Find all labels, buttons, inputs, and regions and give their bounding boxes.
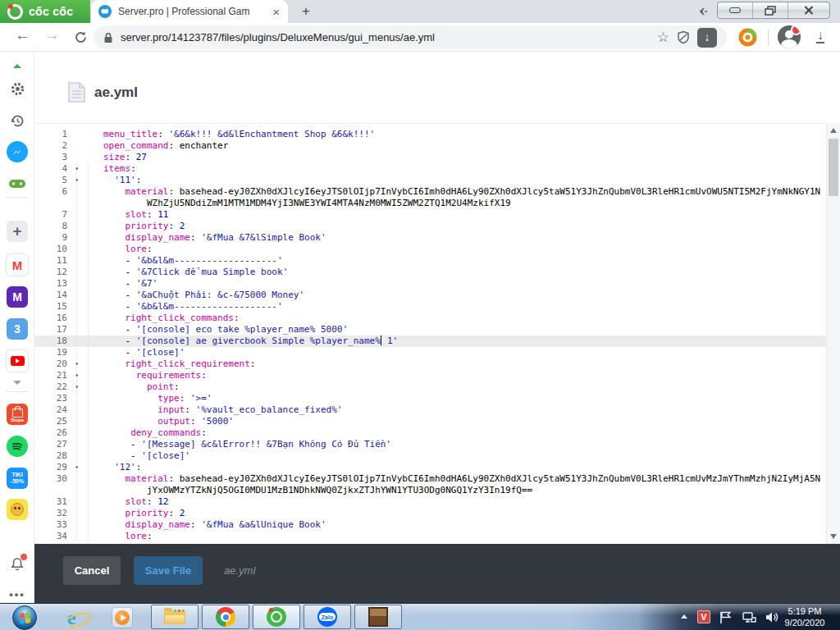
- code-line[interactable]: 34 lore:: [34, 531, 826, 542]
- code-line[interactable]: 24 input: '%vault_eco_balance_fixed%': [34, 404, 826, 416]
- code-line[interactable]: 11 - '&b&l&m-------------------': [34, 255, 826, 267]
- reload-button[interactable]: [74, 30, 88, 44]
- fold-arrow-icon[interactable]: ▾: [75, 358, 79, 370]
- tab-close-icon[interactable]: ×: [272, 6, 281, 18]
- download-active-button[interactable]: ↓: [697, 28, 717, 48]
- sidebar-add-button[interactable]: +: [7, 221, 28, 242]
- taskbar-minecraft[interactable]: [354, 605, 402, 629]
- taskbar-chrome[interactable]: [202, 605, 249, 629]
- sidebar-item-messenger[interactable]: [7, 141, 28, 162]
- code-line[interactable]: 16 right_click_commands:: [34, 313, 826, 324]
- code-line[interactable]: 4▾items:: [34, 163, 826, 175]
- cancel-button[interactable]: Cancel: [63, 556, 121, 585]
- code-line[interactable]: 9 display_name: '&fMua &7&lSimple Book': [34, 232, 826, 244]
- url-text[interactable]: server.pro/14123787/files/plugins/Deluxe…: [121, 31, 650, 43]
- back-button[interactable]: ←: [15, 26, 30, 44]
- code-line[interactable]: 1menu_title: '&6&k!!! &d&lEnchantment Sh…: [34, 129, 826, 140]
- taskbar-internet-explorer[interactable]: e: [59, 605, 84, 629]
- code-line[interactable]: 2open_command: enchanter: [34, 140, 826, 152]
- fold-arrow-icon[interactable]: ▾: [75, 175, 79, 186]
- code-line[interactable]: 14 - '&aChuột Phải: &c-&75000 Money': [34, 290, 826, 301]
- code-line[interactable]: 13 - '&7': [34, 278, 826, 290]
- code-line[interactable]: 28 - '[close]': [34, 450, 826, 462]
- editor-scrollbar[interactable]: [826, 123, 840, 544]
- sidebar-expand-chevron[interactable]: [7, 378, 28, 386]
- coccoc-brand-button[interactable]: cốc cốc: [0, 0, 90, 23]
- start-button[interactable]: [12, 605, 37, 630]
- maximize-button[interactable]: [752, 2, 788, 18]
- sidebar-item-games[interactable]: [7, 172, 28, 194]
- code-line[interactable]: 22▾ point:: [34, 381, 826, 393]
- code-line[interactable]: WZhZjU5NDdiZmM1MTM1MDM4YjI3NWE3YWI4MTA4N…: [34, 198, 826, 209]
- browser-tab[interactable]: Server.pro | Professional Gam ×: [91, 0, 288, 23]
- chrome-icon: [216, 607, 235, 627]
- code-line[interactable]: 32 priority: 2: [34, 508, 826, 519]
- code-line[interactable]: 21▾ requirements:: [34, 370, 826, 381]
- code-line[interactable]: 27 - '[Message] &c&lError!! &7Bạn Không …: [34, 439, 826, 450]
- code-line[interactable]: 19 - '[close]': [34, 347, 826, 358]
- sidebar-item-spotify[interactable]: [7, 436, 28, 457]
- bookmark-star-icon[interactable]: ☆: [657, 29, 669, 46]
- code-line[interactable]: jYxOWMzYTZkNjQ5OGI0MDU1MzB1NDhkNWQ0ZjkxZ…: [34, 485, 826, 496]
- sidebar-item-youtube[interactable]: [7, 350, 28, 372]
- code-line[interactable]: 23 type: '>=': [34, 393, 826, 404]
- network-icon[interactable]: [742, 610, 757, 624]
- taskbar-zalo[interactable]: Zalo: [304, 605, 351, 629]
- code-line[interactable]: 8 priority: 2: [34, 221, 826, 232]
- collapse-arrow-icon[interactable]: [699, 6, 714, 17]
- code-line[interactable]: 17 - '[console] eco take %player_name% 5…: [34, 324, 826, 336]
- close-button[interactable]: [788, 2, 829, 18]
- fold-arrow-icon[interactable]: ▾: [75, 462, 79, 473]
- taskbar-clock[interactable]: 5:19 PM 9/20/2020: [776, 605, 833, 628]
- sidebar-more-menu[interactable]: •••: [7, 583, 28, 605]
- scroll-up-arrow-icon[interactable]: [830, 128, 837, 133]
- sidebar-item-m-app[interactable]: M: [7, 286, 28, 308]
- scroll-down-arrow-icon[interactable]: [830, 534, 837, 539]
- code-line[interactable]: 15 - '&b&l&m-------------------': [34, 301, 826, 313]
- gamepad-icon: [8, 177, 26, 189]
- code-line[interactable]: 18 - '[console] ae givercbook Simple %pl…: [34, 336, 826, 347]
- action-center-flag-icon[interactable]: [719, 610, 733, 624]
- tray-antivirus-icon[interactable]: V: [697, 610, 710, 623]
- tray-expand-arrow-icon[interactable]: [681, 614, 687, 619]
- taskbar-coccoc-active[interactable]: [253, 605, 300, 629]
- downloads-button[interactable]: ↓: [816, 28, 824, 43]
- sidebar-collapse-chevron[interactable]: [7, 62, 28, 70]
- fold-arrow-icon[interactable]: ▾: [75, 163, 79, 175]
- address-bar[interactable]: server.pro/14123787/files/plugins/Deluxe…: [94, 25, 727, 49]
- code-line[interactable]: 26 deny_commands:: [34, 427, 826, 439]
- code-line[interactable]: 29▾ '12':: [34, 462, 826, 473]
- taskbar-media-player[interactable]: [110, 605, 135, 629]
- minimize-button[interactable]: [718, 2, 752, 18]
- fold-arrow-icon[interactable]: ▾: [75, 381, 79, 393]
- fold-arrow-icon[interactable]: ▾: [75, 370, 79, 381]
- code-editor[interactable]: 1menu_title: '&6&k!!! &d&lEnchantment Sh…: [34, 123, 826, 544]
- sidebar-notifications[interactable]: [7, 555, 28, 577]
- sidebar-item-badge3[interactable]: 3: [7, 318, 28, 340]
- code-line[interactable]: 31 slot: 12: [34, 496, 826, 508]
- sidebar-item-settings[interactable]: [7, 78, 28, 99]
- adblock-shield-icon[interactable]: [677, 30, 690, 44]
- code-line[interactable]: 5▾ '11':: [34, 175, 826, 186]
- code-line[interactable]: 12 - '&7Click để mua Simple book': [34, 267, 826, 278]
- forward-button[interactable]: →: [44, 26, 60, 44]
- coccoc-menu-icon[interactable]: [737, 27, 758, 48]
- code-line[interactable]: 33 display_name: '&fMua &a&lUnique Book': [34, 519, 826, 531]
- scrollbar-thumb[interactable]: [829, 139, 838, 196]
- sidebar-item-gmail[interactable]: M: [7, 254, 28, 276]
- profile-avatar[interactable]: [778, 25, 801, 48]
- sidebar-item-history[interactable]: [7, 110, 28, 131]
- sidebar-item-shopee[interactable]: Shopee: [7, 404, 28, 425]
- code-line[interactable]: 7 slot: 11: [34, 209, 826, 221]
- code-line[interactable]: 6 material: basehead-eyJ0ZXh0dXJlcyI6eyJ…: [34, 186, 826, 198]
- sidebar-item-game-app[interactable]: [7, 499, 28, 520]
- code-line[interactable]: 30 material: basehead-eyJ0ZXh0dXJlcyI6ey…: [34, 473, 826, 485]
- new-tab-button[interactable]: +: [297, 2, 315, 21]
- code-line[interactable]: 3size: 27: [34, 152, 826, 163]
- sidebar-item-tiki[interactable]: TIKI -50%: [7, 468, 28, 489]
- taskbar-file-explorer[interactable]: [151, 605, 199, 629]
- code-line[interactable]: 10 lore:: [34, 244, 826, 255]
- code-line[interactable]: 25 output: '5000': [34, 416, 826, 427]
- save-file-button[interactable]: Save File: [134, 556, 203, 585]
- code-line[interactable]: 20▾ right_click_requirement:: [34, 358, 826, 370]
